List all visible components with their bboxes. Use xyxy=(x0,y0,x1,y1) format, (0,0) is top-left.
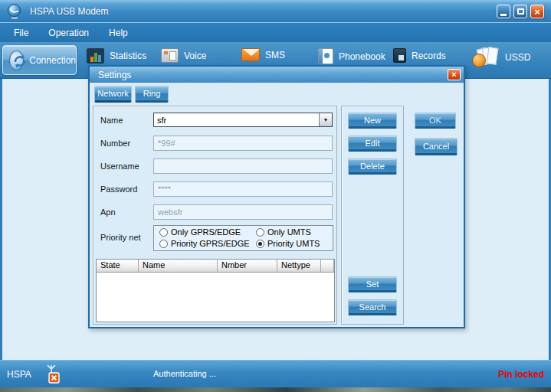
settings-close-icon: × xyxy=(451,70,456,79)
radio-icon xyxy=(256,240,264,248)
toolbar-voice-button[interactable]: Voice xyxy=(161,48,206,63)
pin-status-label: Pin locked xyxy=(498,369,544,380)
toolbar-sms-label: SMS xyxy=(265,50,285,60)
toolbar-connection-label: Connection xyxy=(29,55,76,66)
radio-label: Only UMTS xyxy=(267,227,311,237)
radio-label: Only GPRS/EDGE xyxy=(171,227,241,237)
cancel-button[interactable]: Cancel xyxy=(415,138,458,155)
settings-close-button[interactable]: × xyxy=(448,69,461,80)
column-name[interactable]: Name xyxy=(139,260,218,272)
profile-list[interactable]: State Name Nmber Nettype xyxy=(96,259,335,322)
statistics-icon xyxy=(87,48,104,64)
password-label: Password xyxy=(100,185,137,194)
number-field[interactable] xyxy=(153,136,333,151)
ok-button[interactable]: OK xyxy=(415,113,456,129)
toolbar-ussd-button[interactable]: USSD xyxy=(472,47,530,67)
settings-dialog: Settings × Network Ring Name sfr ▼ Numbe… xyxy=(88,65,465,328)
toolbar-records-button[interactable]: Records xyxy=(393,48,446,63)
radio-only-umts[interactable]: Only UMTS xyxy=(256,227,311,237)
sms-envelope-icon xyxy=(241,48,260,61)
apn-label: Apn xyxy=(100,207,116,217)
chevron-down-icon[interactable]: ▼ xyxy=(319,113,332,126)
delete-button[interactable]: Delete xyxy=(348,158,397,175)
close-button[interactable]: × xyxy=(530,5,544,18)
radio-label: Priority UMTS xyxy=(267,239,320,248)
name-value: sfr xyxy=(154,116,319,125)
menu-file[interactable]: File xyxy=(14,28,28,38)
name-label: Name xyxy=(100,116,123,125)
radio-priority-gprs-edge[interactable]: Priority GPRS/EDGE xyxy=(159,239,250,248)
ussd-icon xyxy=(472,47,500,67)
settings-dialog-titlebar: Settings × xyxy=(90,67,464,83)
apn-field[interactable] xyxy=(153,204,333,220)
settings-dialog-title: Settings xyxy=(98,70,131,80)
toolbar-phonebook-button[interactable]: Phonebook xyxy=(318,48,385,64)
edit-button[interactable]: Edit xyxy=(348,136,397,152)
toolbar-statistics-button[interactable]: Statistics xyxy=(87,48,146,64)
new-button[interactable]: New xyxy=(348,113,397,129)
priority-net-group: Only GPRS/EDGE Only UMTS Priority GPRS/E… xyxy=(153,225,333,251)
priority-net-label: Priority net xyxy=(100,233,141,242)
toolbar-phonebook-label: Phonebook xyxy=(339,51,385,62)
desktop-background-strip xyxy=(0,387,551,392)
app-window: HSPA USB Modem × File Operation Help Con… xyxy=(0,0,551,392)
toolbar-records-label: Records xyxy=(412,51,446,61)
set-button[interactable]: Set xyxy=(348,276,397,292)
number-label: Number xyxy=(100,139,130,148)
radio-icon xyxy=(256,228,264,237)
radio-icon xyxy=(159,228,168,237)
title-bar: HSPA USB Modem × xyxy=(0,0,551,22)
radio-icon xyxy=(159,240,168,248)
status-message: Authenticating ... xyxy=(153,369,216,378)
status-bar: HSPA Authenticating ... Pin locked xyxy=(0,360,551,387)
minimize-button[interactable] xyxy=(497,5,510,18)
radio-only-gprs-edge[interactable]: Only GPRS/EDGE xyxy=(159,227,241,237)
name-combobox[interactable]: sfr ▼ xyxy=(153,113,333,127)
menu-bar: File Operation Help xyxy=(0,22,551,42)
radio-priority-umts[interactable]: Priority UMTS xyxy=(256,239,320,248)
window-title: HSPA USB Modem xyxy=(30,6,108,17)
tab-network[interactable]: Network xyxy=(94,86,132,103)
toolbar-statistics-label: Statistics xyxy=(110,51,146,61)
toolbar-voice-label: Voice xyxy=(184,51,206,61)
password-field[interactable] xyxy=(153,181,333,197)
column-nmber[interactable]: Nmber xyxy=(218,260,277,272)
profile-list-header: State Name Nmber Nettype xyxy=(97,260,334,273)
profile-actions-group: New Edit Delete Set Search xyxy=(341,106,404,325)
search-button[interactable]: Search xyxy=(348,299,397,315)
menu-operation[interactable]: Operation xyxy=(48,28,89,38)
maximize-button[interactable] xyxy=(513,5,527,18)
maximize-icon xyxy=(517,8,524,15)
minimize-icon xyxy=(500,14,507,16)
column-nettype[interactable]: Nettype xyxy=(277,260,321,272)
menu-help[interactable]: Help xyxy=(109,28,128,38)
records-icon xyxy=(393,48,406,63)
column-state[interactable]: State xyxy=(97,260,139,272)
voice-phone-icon xyxy=(161,48,179,63)
username-label: Username xyxy=(100,162,139,171)
connection-sync-icon xyxy=(9,51,24,70)
close-icon: × xyxy=(534,7,540,17)
network-form-group: Name sfr ▼ Number Username Password Apn … xyxy=(93,106,337,325)
network-type-label: HSPA xyxy=(7,369,31,380)
phonebook-icon xyxy=(318,48,333,64)
tab-ring[interactable]: Ring xyxy=(135,86,169,103)
antenna-error-icon xyxy=(44,364,61,385)
username-field[interactable] xyxy=(153,158,333,174)
app-globe-icon xyxy=(7,4,22,19)
column-filler xyxy=(321,260,334,272)
toolbar-connection-button[interactable]: Connection xyxy=(2,45,77,75)
toolbar-ussd-label: USSD xyxy=(505,52,530,63)
toolbar-sms-button[interactable]: SMS xyxy=(241,48,285,61)
radio-label: Priority GPRS/EDGE xyxy=(171,239,250,248)
